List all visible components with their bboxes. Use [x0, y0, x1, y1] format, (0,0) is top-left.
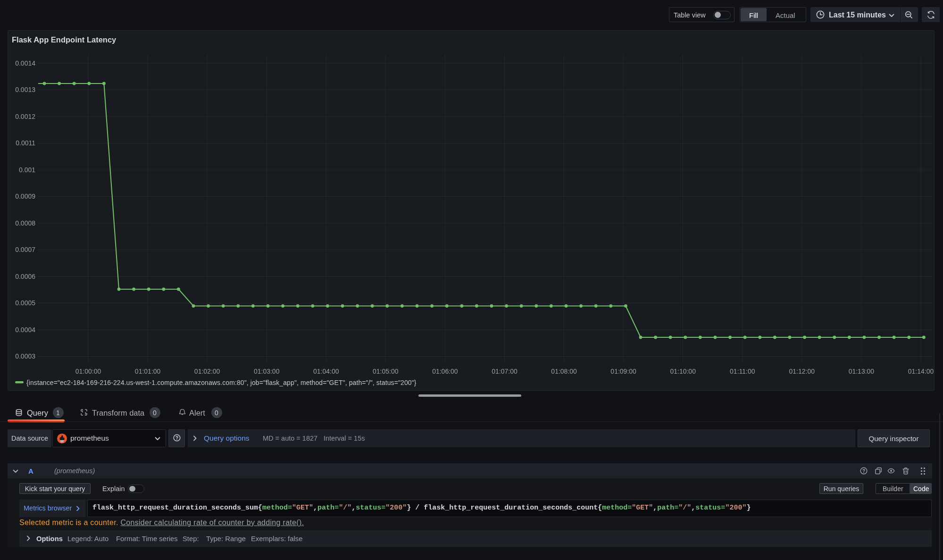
svg-text:0.0006: 0.0006 [15, 273, 35, 280]
svg-text:0.0013: 0.0013 [15, 86, 35, 93]
svg-text:01:11:00: 01:11:00 [730, 368, 755, 375]
svg-text:01:00:00: 01:00:00 [75, 368, 101, 375]
svg-text:0.0008: 0.0008 [15, 219, 35, 227]
svg-text:01:06:00: 01:06:00 [432, 368, 458, 375]
svg-text:01:08:00: 01:08:00 [551, 368, 577, 375]
svg-text:01:09:00: 01:09:00 [610, 368, 636, 375]
svg-text:0.0011: 0.0011 [16, 139, 35, 147]
svg-text:01:10:00: 01:10:00 [670, 368, 696, 375]
svg-text:01:12:00: 01:12:00 [789, 368, 815, 375]
svg-text:{instance="ec2-184-169-216-224: {instance="ec2-184-169-216-224.us-west-1… [26, 379, 417, 386]
svg-text:0.0012: 0.0012 [15, 113, 35, 120]
svg-text:01:02:00: 01:02:00 [194, 368, 220, 375]
svg-text:0.0003: 0.0003 [15, 352, 35, 360]
svg-text:01:14:00: 01:14:00 [908, 368, 934, 375]
svg-text:0.001: 0.001 [19, 166, 35, 174]
svg-text:0.0005: 0.0005 [15, 299, 35, 307]
svg-text:0.0009: 0.0009 [15, 192, 35, 200]
svg-text:01:05:00: 01:05:00 [373, 368, 399, 375]
svg-text:0.0014: 0.0014 [15, 59, 35, 67]
svg-text:0.0007: 0.0007 [15, 246, 35, 253]
svg-text:01:13:00: 01:13:00 [849, 368, 875, 375]
svg-text:01:03:00: 01:03:00 [254, 368, 280, 375]
svg-text:01:04:00: 01:04:00 [313, 368, 339, 375]
svg-text:01:07:00: 01:07:00 [492, 368, 517, 375]
svg-text:01:01:00: 01:01:00 [135, 368, 161, 375]
svg-text:0.0004: 0.0004 [15, 326, 35, 334]
